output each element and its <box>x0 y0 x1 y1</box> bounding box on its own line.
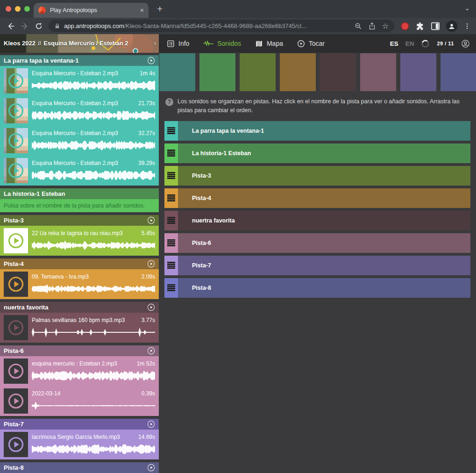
clip-waveform[interactable] <box>32 370 155 382</box>
drag-handle[interactable] <box>164 143 178 163</box>
clip-play-icon[interactable] <box>7 393 24 409</box>
track-color-swatch[interactable] <box>400 53 436 91</box>
clip-play-icon[interactable] <box>7 319 24 336</box>
track-order-row[interactable]: Pista-4 <box>164 188 470 208</box>
recording-indicator-icon[interactable] <box>401 22 409 30</box>
track-play-icon[interactable] <box>147 303 155 311</box>
profile-avatar[interactable] <box>446 21 457 32</box>
clip-play-icon[interactable] <box>7 72 24 89</box>
clip-thumbnail[interactable] <box>4 315 28 340</box>
clip-play-icon[interactable] <box>7 232 24 249</box>
language-en-button[interactable]: EN <box>405 40 414 47</box>
reload-button[interactable] <box>32 20 46 33</box>
track-color-swatch[interactable] <box>240 53 276 91</box>
clip-thumbnail[interactable] <box>4 98 28 123</box>
track-order-row[interactable]: Pista-6 <box>164 233 470 253</box>
clip-waveform[interactable] <box>32 239 155 251</box>
track-play-icon[interactable] <box>147 216 155 224</box>
track-order-row[interactable]: Pista-3 <box>164 166 470 186</box>
track-color-swatch[interactable] <box>199 53 235 91</box>
track-row-body[interactable]: Pista-4 <box>178 188 470 208</box>
audio-clip[interactable]: Esquina Mercurio - Esteban 2.mp3 32.27s <box>0 126 159 156</box>
track-order-row[interactable]: nuertra favorita <box>164 211 470 230</box>
audio-clip[interactable]: 09. Temaeva - Iva.mp3 2.09s <box>0 269 159 299</box>
audio-clip[interactable]: lacrimosa Sergio García Merlo.mp3 14.69s <box>0 430 159 459</box>
clip-waveform[interactable] <box>32 326 155 338</box>
clip-play-icon[interactable] <box>7 132 24 149</box>
track-play-icon[interactable] <box>147 464 155 472</box>
clip-waveform[interactable] <box>32 139 155 151</box>
clip-waveform[interactable] <box>32 443 155 455</box>
track-order-row[interactable]: Pista-8 <box>164 278 470 298</box>
browser-menu-kebab-icon[interactable] <box>463 22 471 30</box>
share-icon[interactable] <box>369 22 376 30</box>
drag-handle[interactable] <box>164 211 178 230</box>
track-row-body[interactable]: nuertra favorita <box>178 211 470 230</box>
drag-handle[interactable] <box>164 166 178 186</box>
audio-clip[interactable]: esquina mercurio : Esteban 2.mp3 1m 52s <box>0 356 159 386</box>
drag-handle[interactable] <box>164 256 178 275</box>
track-header[interactable]: La parra tapa la ventana-1 <box>0 55 159 66</box>
language-es-button[interactable]: ES <box>390 40 398 47</box>
track-header[interactable]: nuertra favorita <box>0 302 159 313</box>
back-button[interactable] <box>4 20 18 33</box>
tab-mapa[interactable]: Mapa <box>255 40 283 48</box>
track-play-icon[interactable] <box>147 420 155 428</box>
browser-tab[interactable]: Play Antropoloops × <box>34 3 149 18</box>
clip-thumbnail[interactable] <box>4 358 28 384</box>
drag-handle[interactable] <box>164 233 178 253</box>
track-row-body[interactable]: Pista-8 <box>178 278 470 298</box>
clip-waveform[interactable] <box>32 400 155 412</box>
tab-tocar[interactable]: Tocar <box>297 40 325 48</box>
clip-waveform[interactable] <box>32 169 155 181</box>
forward-button[interactable] <box>18 20 32 33</box>
extensions-puzzle-icon[interactable] <box>415 22 425 31</box>
clip-play-icon[interactable] <box>7 436 24 453</box>
new-tab-button[interactable]: + <box>157 2 163 15</box>
track-color-swatch[interactable] <box>440 53 476 91</box>
track-row-body[interactable]: Pista-3 <box>178 166 470 186</box>
track-color-swatch[interactable] <box>320 53 356 91</box>
track-row-body[interactable]: La historia-1 Esteban <box>178 143 470 163</box>
track-color-swatch[interactable] <box>280 53 316 91</box>
track-play-icon[interactable] <box>147 347 155 355</box>
project-map-banner[interactable]: Kleos 2022//Esquina Mercurio / Esteban 2… <box>0 34 159 53</box>
track-row-body[interactable]: La parra tapa la ventana-1 <box>178 121 470 141</box>
minimize-window-button[interactable] <box>15 6 21 12</box>
clip-thumbnail[interactable] <box>4 388 28 414</box>
side-panel-icon[interactable] <box>431 22 440 30</box>
zoom-icon[interactable] <box>355 22 362 30</box>
track-header[interactable]: Pista-8 <box>0 462 159 473</box>
track-order-row[interactable]: La historia-1 Esteban <box>164 143 470 163</box>
tab-close-icon[interactable]: × <box>140 7 144 14</box>
track-header[interactable]: La historia-1 Esteban <box>0 188 159 199</box>
track-order-row[interactable]: La parra tapa la ventana-1 <box>164 121 470 141</box>
track-row-body[interactable]: Pista-6 <box>178 233 470 253</box>
audio-clip[interactable]: Esquina Mercurio - Esteban 2.mp3 39.29s <box>0 156 159 186</box>
clip-play-icon[interactable] <box>7 363 24 380</box>
clip-thumbnail[interactable] <box>4 128 28 153</box>
track-play-icon[interactable] <box>147 260 155 268</box>
clip-thumbnail[interactable] <box>4 272 28 297</box>
address-bar[interactable]: app.antropoloops.com/Kleos-Santa-Marina/… <box>49 20 394 32</box>
track-header[interactable]: Pista-6 <box>0 345 159 356</box>
clip-thumbnail[interactable] <box>4 158 28 183</box>
drag-handle[interactable] <box>164 121 178 141</box>
bookmark-star-icon[interactable]: ☆ <box>382 22 389 30</box>
clip-play-icon[interactable] <box>7 102 24 119</box>
maximize-window-button[interactable] <box>24 6 30 12</box>
track-header[interactable]: Pista-4 <box>0 258 159 269</box>
close-window-button[interactable] <box>6 6 11 12</box>
clip-play-icon[interactable] <box>7 162 24 179</box>
clip-waveform[interactable] <box>32 109 155 122</box>
audio-clip[interactable]: Palmas sevillanas 160 bpm mp3.mp3 3.77s <box>0 313 159 343</box>
audio-clip[interactable]: 2022-03-14 0.39s <box>0 386 159 416</box>
account-icon[interactable] <box>461 39 470 48</box>
audio-clip[interactable]: Esquina Mercurio - Esteban 2.mp3 1m 4s <box>0 66 159 96</box>
track-row-body[interactable]: Pista-7 <box>178 256 470 275</box>
tab-search-chevron-icon[interactable]: ⌄ <box>464 4 470 12</box>
clip-waveform[interactable] <box>32 79 155 92</box>
clip-waveform[interactable] <box>32 283 155 295</box>
clip-play-icon[interactable] <box>7 276 24 293</box>
audio-clip[interactable]: Esquina Mercurio - Esteban 2.mp3 21.73s <box>0 96 159 126</box>
